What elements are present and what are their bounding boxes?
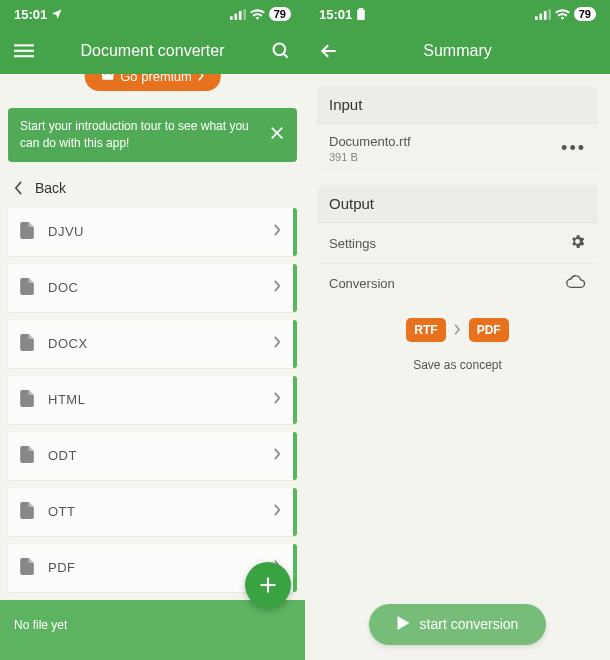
file-icon xyxy=(20,278,34,298)
battery-indicator-icon xyxy=(356,8,366,20)
bottom-bar: No file yet xyxy=(0,600,305,660)
format-label: DJVU xyxy=(48,224,274,239)
svg-rect-3 xyxy=(243,9,246,20)
chevron-right-icon xyxy=(274,504,281,519)
input-filesize: 391 B xyxy=(329,151,561,163)
crown-icon xyxy=(100,74,114,84)
chevron-right-icon xyxy=(274,448,281,463)
chevron-left-icon xyxy=(14,181,23,195)
tour-text: Start your introduction tour to see what… xyxy=(20,118,259,152)
back-arrow-button[interactable] xyxy=(315,37,343,65)
close-icon xyxy=(269,125,285,141)
chevron-right-icon xyxy=(274,336,281,351)
svg-rect-16 xyxy=(539,13,542,19)
wifi-icon xyxy=(555,9,570,20)
svg-line-8 xyxy=(284,54,288,58)
close-tour-button[interactable] xyxy=(269,125,285,144)
arrow-left-icon xyxy=(319,41,339,61)
app-header: Summary xyxy=(305,28,610,74)
format-label: PDF xyxy=(48,560,274,575)
file-icon xyxy=(20,334,34,354)
conversion-badges: RTF PDF xyxy=(305,302,610,352)
format-item-ott[interactable]: OTT xyxy=(8,488,297,536)
add-file-fab[interactable] xyxy=(245,562,291,608)
converter-body: Go premium Start your introduction tour … xyxy=(0,74,305,660)
screen-converter: 15:01 79 Document converter xyxy=(0,0,305,660)
premium-label: Go premium xyxy=(120,74,192,84)
more-button[interactable]: ••• xyxy=(561,138,586,159)
file-icon xyxy=(20,558,34,578)
start-label: start conversion xyxy=(420,616,519,632)
svg-rect-18 xyxy=(548,9,551,20)
search-button[interactable] xyxy=(267,37,295,65)
input-file-row[interactable]: Documento.rtf 391 B ••• xyxy=(317,124,598,173)
wifi-icon xyxy=(250,9,265,20)
status-time: 15:01 xyxy=(14,7,47,22)
format-label: ODT xyxy=(48,448,274,463)
svg-rect-5 xyxy=(14,50,34,52)
tour-banner[interactable]: Start your introduction tour to see what… xyxy=(8,108,297,162)
gear-icon xyxy=(569,233,586,253)
svg-rect-15 xyxy=(535,16,538,20)
conversion-label: Conversion xyxy=(329,276,566,291)
back-button[interactable]: Back xyxy=(0,170,305,208)
search-icon xyxy=(271,41,291,61)
settings-label: Settings xyxy=(329,236,569,251)
cloud-icon xyxy=(566,274,586,292)
badge-to: PDF xyxy=(469,318,509,342)
svg-point-7 xyxy=(274,44,286,56)
file-icon xyxy=(20,222,34,242)
format-label: DOCX xyxy=(48,336,274,351)
input-card: Input Documento.rtf 391 B ••• xyxy=(317,86,598,173)
screen-summary: 15:01 79 Summary Input xyxy=(305,0,610,660)
svg-rect-13 xyxy=(359,8,364,10)
format-item-djvu[interactable]: DJVU xyxy=(8,208,297,256)
status-bar: 15:01 79 xyxy=(0,0,305,28)
svg-rect-1 xyxy=(234,13,237,19)
signal-icon xyxy=(230,9,246,20)
premium-container: Go premium xyxy=(0,74,305,90)
start-bar: start conversion xyxy=(305,588,610,660)
output-card: Output Settings Conversion xyxy=(317,185,598,302)
start-conversion-button[interactable]: start conversion xyxy=(369,604,547,645)
location-arrow-icon xyxy=(51,8,63,20)
input-filename: Documento.rtf xyxy=(329,134,561,149)
format-label: DOC xyxy=(48,280,274,295)
svg-rect-6 xyxy=(14,55,34,57)
save-as-concept-button[interactable]: Save as concept xyxy=(305,352,610,388)
svg-rect-14 xyxy=(358,10,366,21)
conversion-row[interactable]: Conversion xyxy=(317,264,598,302)
badge-from: RTF xyxy=(406,318,445,342)
hamburger-icon xyxy=(14,41,34,61)
signal-icon xyxy=(535,9,551,20)
format-label: HTML xyxy=(48,392,274,407)
play-icon xyxy=(397,616,410,633)
format-item-html[interactable]: HTML xyxy=(8,376,297,424)
chevron-right-icon xyxy=(274,280,281,295)
format-item-doc[interactable]: DOC xyxy=(8,264,297,312)
format-item-odt[interactable]: ODT xyxy=(8,432,297,480)
menu-button[interactable] xyxy=(10,37,38,65)
no-file-label: No file yet xyxy=(14,618,67,632)
battery-pill: 79 xyxy=(269,7,291,21)
more-icon: ••• xyxy=(561,138,586,158)
input-heading: Input xyxy=(317,86,598,124)
format-item-docx[interactable]: DOCX xyxy=(8,320,297,368)
status-time: 15:01 xyxy=(319,7,352,22)
go-premium-button[interactable]: Go premium xyxy=(84,74,221,91)
chevron-right-icon xyxy=(454,323,461,338)
settings-row[interactable]: Settings xyxy=(317,223,598,264)
header-title: Document converter xyxy=(46,42,259,60)
file-icon xyxy=(20,502,34,522)
battery-pill: 79 xyxy=(574,7,596,21)
svg-rect-17 xyxy=(544,10,547,19)
plus-icon xyxy=(258,575,278,595)
format-label: OTT xyxy=(48,504,274,519)
svg-rect-2 xyxy=(239,10,242,19)
chevron-right-icon xyxy=(274,392,281,407)
file-icon xyxy=(20,446,34,466)
svg-rect-0 xyxy=(230,16,233,20)
svg-rect-4 xyxy=(14,44,34,46)
back-label: Back xyxy=(35,180,66,196)
app-header: Document converter xyxy=(0,28,305,74)
